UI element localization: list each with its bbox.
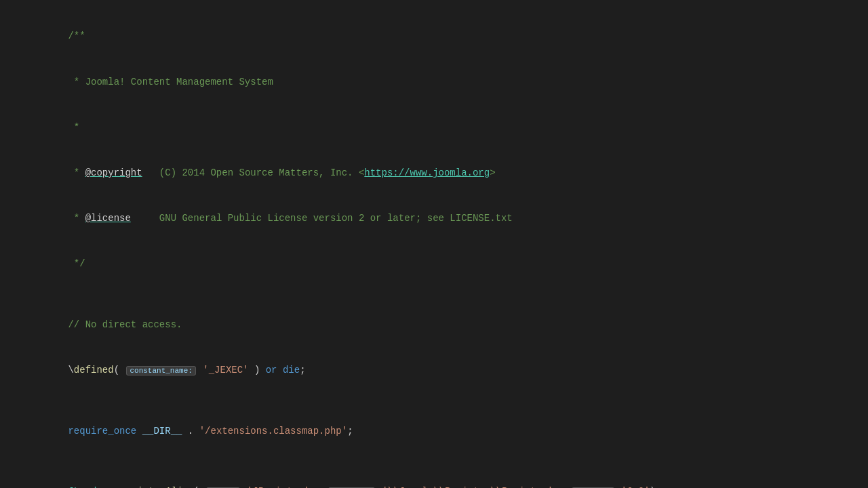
- comment-open: /**: [68, 30, 85, 41]
- require-once-keyword: require_once: [68, 426, 136, 436]
- content-5: * @license GNU General Public License ve…: [34, 196, 854, 241]
- copyright-tag: @copyright: [85, 167, 142, 178]
- code-editor: /** * Joomla! Content Management System …: [0, 0, 868, 488]
- license-tag: @license: [85, 213, 131, 224]
- content-3: *: [34, 104, 854, 150]
- comment-joomla: * Joomla! Content Management System: [68, 77, 273, 87]
- content-9: \defined( constant_name: '_JEXEC' ) or d…: [34, 348, 854, 393]
- no-direct-comment: // No direct access.: [68, 319, 182, 330]
- jexec-string: '_JEXEC': [197, 365, 249, 375]
- line-2: * Joomla! Content Management System: [0, 59, 868, 104]
- comment-close: */: [68, 258, 85, 269]
- content-11: require_once __DIR__ . '/extensions.clas…: [34, 408, 854, 453]
- comment-star: *: [68, 122, 79, 133]
- joomla-link[interactable]: https://www.joomla.org: [364, 167, 490, 178]
- die-keyword: die: [283, 365, 300, 375]
- content-6: */: [34, 241, 854, 287]
- comment-copyright-end: >: [490, 167, 495, 178]
- line-8: // No direct access.: [0, 302, 868, 347]
- content-4: * @copyright (C) 2014 Open Source Matter…: [34, 150, 854, 196]
- content-1: /**: [34, 14, 854, 59]
- require-semi: ;: [347, 426, 353, 436]
- die-text: [277, 365, 283, 375]
- require-path: '/extensions.classmap.php': [199, 426, 347, 436]
- line-10: [0, 393, 868, 408]
- line-3: *: [0, 104, 868, 150]
- defined-func: defined: [74, 365, 114, 375]
- line-1: /**: [0, 14, 868, 59]
- comment-copyright-text: (C) 2014 Open Source Matters, Inc. <: [142, 167, 365, 178]
- require-dot: .: [182, 426, 199, 436]
- comment-copyright-prefix: *: [68, 167, 85, 178]
- line-6: */: [0, 241, 868, 287]
- defined-paren-close: ): [249, 365, 266, 375]
- badge-constant-name: constant_name:: [126, 366, 195, 375]
- line-5: * @license GNU General Public License ve…: [0, 196, 868, 241]
- content-a1: JLoader::registerAlias( alias: 'JRegistr…: [34, 469, 854, 488]
- line-12: [0, 453, 868, 468]
- line-9: \defined( constant_name: '_JEXEC' ) or d…: [0, 348, 868, 393]
- line-alias-1: JLoader::registerAlias( alias: 'JRegistr…: [0, 469, 868, 488]
- or-keyword: or: [266, 365, 277, 375]
- comment-license-text: GNU General Public License version 2 or …: [131, 213, 513, 224]
- defined-backslash: \: [68, 365, 73, 375]
- content-12: [34, 453, 854, 468]
- line-11: require_once __DIR__ . '/extensions.clas…: [0, 408, 868, 453]
- dir-constant: __DIR__: [142, 426, 182, 436]
- line-7: [0, 287, 868, 302]
- content-7: [34, 287, 854, 302]
- content-2: * Joomla! Content Management System: [34, 59, 854, 104]
- require-space: [136, 426, 142, 436]
- content-8: // No direct access.: [34, 302, 854, 347]
- semicolon-1: ;: [300, 365, 305, 375]
- defined-paren-open: (: [114, 365, 125, 375]
- line-4: * @copyright (C) 2014 Open Source Matter…: [0, 150, 868, 196]
- content-10: [34, 393, 854, 408]
- comment-license-prefix: *: [68, 213, 85, 224]
